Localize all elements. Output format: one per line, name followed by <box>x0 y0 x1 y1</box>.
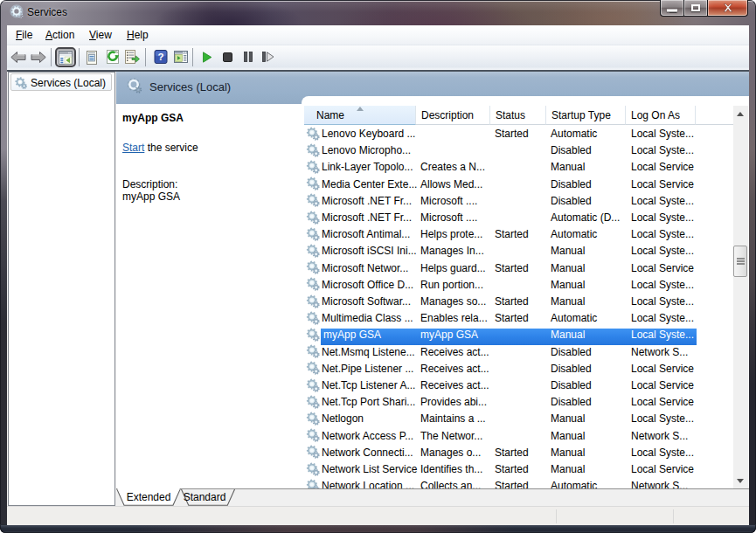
svg-text:?: ? <box>157 52 163 62</box>
